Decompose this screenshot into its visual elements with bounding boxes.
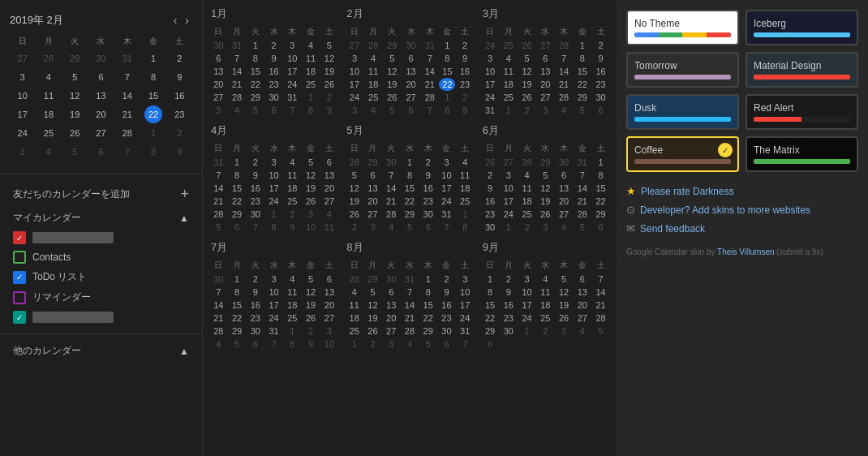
theme-links: ★ Please rate Darkness ⊙ Developer? Add … — [626, 182, 858, 238]
calendar-label-reminder: リマインダー — [32, 290, 91, 304]
mini-cal-day[interactable]: 1 — [144, 124, 162, 142]
month-apr-title: 4月 — [209, 123, 338, 138]
mini-cal-day[interactable]: 11 — [40, 87, 58, 105]
footer-link[interactable]: Theis Villumsen — [717, 247, 774, 256]
mini-cal-today[interactable]: 22 — [144, 105, 162, 123]
mini-cal-day[interactable]: 21 — [118, 105, 136, 123]
calendar-item-extra[interactable]: ✓ ████████ — [0, 308, 202, 327]
month-jul: 7月 日月火水木金土 30123456 78910111213 14151617… — [209, 240, 338, 351]
mini-cal-day[interactable]: 18 — [40, 105, 58, 123]
month-may-cal: 日月火水木金土 2829301234 567891011 12131415161… — [345, 141, 474, 234]
mini-cal-day[interactable]: 15 — [144, 87, 162, 105]
mini-cal-day[interactable]: 13 — [92, 87, 110, 105]
mini-cal-day[interactable]: 28 — [40, 49, 58, 67]
mini-cal-day[interactable]: 6 — [92, 68, 110, 86]
theme-red-alert-label: Red Alert — [754, 102, 850, 114]
mini-cal-day[interactable]: 25 — [40, 124, 58, 142]
month-jul-cal: 日月火水木金土 30123456 78910111213 14151617181… — [209, 258, 338, 351]
mini-cal-day[interactable]: 4 — [40, 68, 58, 86]
developer-label: Developer? Add skins to more websites — [640, 204, 810, 216]
theme-selected-badge: ✓ — [718, 143, 733, 157]
mini-cal-day[interactable]: 5 — [66, 68, 84, 86]
collapse-other-icon: ▲ — [179, 346, 189, 357]
theme-card-coffee[interactable]: ✓ Coffee — [626, 136, 739, 172]
calendar-checkbox-personal[interactable]: ✓ — [13, 231, 26, 244]
month-sep-cal: 日月火水木金土 1234567 891011121314 15161718192… — [481, 258, 610, 351]
month-feb-cal: 日月火水木金土 272829303112 3456789 10111213141… — [345, 24, 474, 117]
month-jun-cal: 日月火水木金土 2627282930311 2345678 9101112131… — [481, 141, 610, 234]
theme-grid: No Theme Iceberg Tomorrow Material Desig… — [626, 10, 858, 172]
my-calendars-section[interactable]: マイカレンダー ▲ — [0, 208, 202, 228]
mini-cal-day[interactable]: 4 — [40, 143, 58, 161]
mini-cal-day[interactable]: 29 — [66, 49, 84, 67]
mini-cal-day[interactable]: 23 — [170, 105, 188, 123]
theme-tomorrow-label: Tomorrow — [634, 60, 731, 71]
next-month-button[interactable]: › — [182, 14, 192, 27]
rate-link[interactable]: ★ Please rate Darkness — [626, 182, 858, 200]
theme-card-iceberg[interactable]: Iceberg — [746, 10, 858, 45]
month-sep: 9月 日月火水木金土 1234567 891011121314 15161718… — [481, 240, 610, 351]
mini-cal-day[interactable]: 12 — [66, 87, 84, 105]
prev-month-button[interactable]: ‹ — [170, 14, 181, 27]
mini-cal-day[interactable]: 1 — [144, 49, 162, 67]
calendar-item-reminder[interactable]: リマインダー — [0, 287, 202, 308]
mini-cal-day[interactable]: 16 — [170, 87, 188, 105]
mini-cal-day[interactable]: 24 — [14, 124, 32, 142]
other-calendars-section[interactable]: 他のカレンダー ▲ — [0, 341, 202, 361]
calendar-item-personal[interactable]: ✓ ██████████ — [0, 228, 202, 247]
theme-card-red-alert[interactable]: Red Alert — [746, 94, 858, 130]
mini-cal-day[interactable]: 27 — [92, 124, 110, 142]
mini-cal-day[interactable]: 19 — [66, 105, 84, 123]
mini-cal-day[interactable]: 3 — [14, 68, 32, 86]
month-jun-title: 6月 — [481, 123, 610, 138]
calendar-checkbox-reminder[interactable] — [13, 291, 26, 304]
footer-text: Google Calendar skin by Theis Villumsen … — [626, 247, 858, 256]
mini-cal-day[interactable]: 7 — [118, 143, 136, 161]
calendar-checkbox-todo[interactable]: ✓ — [13, 271, 26, 284]
mini-cal-day[interactable]: 9 — [170, 143, 188, 161]
star-icon: ★ — [626, 185, 636, 197]
theme-card-dusk[interactable]: Dusk — [626, 94, 739, 130]
months-grid: 1月 日月火水木金土 303112345 6789101112 13141516… — [209, 6, 610, 351]
theme-dusk-label: Dusk — [634, 102, 731, 114]
theme-card-no-theme[interactable]: No Theme — [626, 10, 739, 45]
mini-cal-day[interactable]: 27 — [14, 49, 32, 67]
mini-cal-day[interactable]: 31 — [118, 49, 136, 67]
calendar-checkbox-contacts[interactable] — [13, 251, 26, 264]
calendar-item-contacts[interactable]: Contacts — [0, 247, 202, 267]
feedback-link[interactable]: ✉ Send feedback — [626, 219, 858, 238]
calendar-checkbox-extra[interactable]: ✓ — [13, 311, 26, 324]
calendar-item-todo[interactable]: ✓ ToDo リスト — [0, 267, 202, 287]
mini-cal-day[interactable]: 10 — [14, 87, 32, 105]
mini-cal-day[interactable]: 30 — [92, 49, 110, 67]
mini-cal-day[interactable]: 2 — [170, 49, 188, 67]
mini-cal-day[interactable]: 8 — [144, 68, 162, 86]
calendar-label-extra: ████████ — [32, 312, 114, 323]
theme-swatch-dusk — [634, 117, 731, 122]
mini-cal-day[interactable]: 20 — [92, 105, 110, 123]
mini-cal-day[interactable]: 14 — [118, 87, 136, 105]
month-feb: 2月 日月火水木金土 272829303112 3456789 10111213… — [345, 6, 474, 117]
mini-cal-day[interactable]: 26 — [66, 124, 84, 142]
theme-card-tomorrow[interactable]: Tomorrow — [626, 52, 739, 88]
github-icon: ⊙ — [626, 204, 635, 216]
main-calendar: 1月 日月火水木金土 303112345 6789101112 13141516… — [203, 0, 617, 456]
mini-cal-day[interactable]: 8 — [144, 143, 162, 161]
mini-cal-day[interactable]: 9 — [170, 68, 188, 86]
mini-cal-day[interactable]: 6 — [92, 143, 110, 161]
mini-cal-day[interactable]: 2 — [170, 124, 188, 142]
mini-cal-day[interactable]: 3 — [14, 143, 32, 161]
add-calendar-row[interactable]: 友だちのカレンダーを追加 + — [0, 181, 202, 208]
add-calendar-label: 友だちのカレンダーを追加 — [13, 187, 130, 201]
add-calendar-button[interactable]: + — [180, 186, 189, 203]
month-aug: 8月 日月火水木金土 28293031123 45678910 11121314… — [345, 240, 474, 351]
theme-no-theme-label: No Theme — [634, 18, 731, 29]
mini-cal-day[interactable]: 5 — [66, 143, 84, 161]
theme-card-material-design[interactable]: Material Design — [746, 52, 858, 88]
mini-cal-day[interactable]: 28 — [118, 124, 136, 142]
developer-link[interactable]: ⊙ Developer? Add skins to more websites — [626, 200, 858, 219]
mini-cal-day[interactable]: 7 — [118, 68, 136, 86]
theme-material-label: Material Design — [754, 60, 850, 71]
mini-cal-day[interactable]: 17 — [14, 105, 32, 123]
theme-card-the-matrix[interactable]: The Matrix — [746, 136, 858, 172]
